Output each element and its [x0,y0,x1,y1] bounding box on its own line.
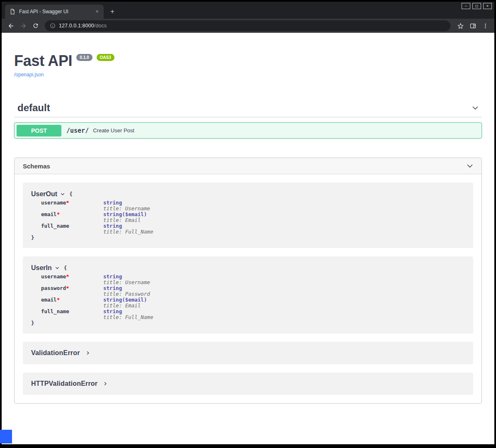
property-info: string title: Password [103,285,150,297]
property-info: string title: Full_Name [103,223,153,235]
required-star: * [66,285,69,291]
model-userout: UserOut { username* string ti [23,183,473,248]
model-properties: username* string title: Username email* … [41,200,465,235]
required-star: * [66,200,69,206]
chevron-down-icon[interactable] [55,265,60,270]
model-header[interactable]: UserOut { [31,190,465,198]
tag-section-default[interactable]: default [14,98,482,117]
chevron-right-icon[interactable] [85,351,90,355]
maximize-button[interactable]: □ [472,3,481,9]
property-type: string($email) [103,297,147,303]
browser-window: – □ × Fast API - Swagger UI × + [2,2,494,444]
model-userin: UserIn { username* string tit [23,256,473,334]
chevron-right-icon[interactable] [103,381,108,386]
open-brace: { [64,264,67,272]
chevron-down-icon[interactable] [60,192,65,197]
tag-title: default [17,102,50,114]
property-name: email* [41,297,103,309]
schema-property: full_name string title: Full_Name [41,223,465,235]
model-validationerror[interactable]: ValidationError [23,342,473,364]
oas3-badge: OAS3 [97,54,114,61]
endpoint-post-user[interactable]: POST /user/ Create User Post [14,122,482,139]
property-name-text: email [41,297,57,303]
navigation-toolbar: 127.0.0.1:8000/docs [2,19,494,33]
close-brace: } [31,235,465,241]
model-name: HTTPValidationError [31,380,97,387]
property-name-text: full_name [41,223,69,229]
close-brace: } [31,320,465,326]
schema-property: email* string($email) title: Email [41,297,465,309]
property-name: username* [41,274,103,285]
property-type: string [103,309,153,314]
method-badge: POST [17,125,61,136]
model-properties: username* string title: Username passwor… [41,274,465,320]
property-info: string title: Full_Name [103,309,153,320]
property-name-text: password [41,285,66,291]
property-type: string [103,200,150,206]
endpoint-summary: Create User Post [93,127,134,134]
endpoint-path: /user/ [66,127,89,134]
openapi-spec-link[interactable]: /openapi.json [14,72,44,78]
property-name: full_name [41,223,103,235]
property-title: title: Username [103,280,150,285]
url-host: 127.0.0.1:8000 [59,23,94,29]
model-name: UserOut [31,190,57,198]
schemas-header[interactable]: Schemas [15,158,481,174]
property-name: username* [41,200,103,212]
property-name: password* [41,285,103,297]
model-httpvalidationerror[interactable]: HTTPValidationError [23,373,473,395]
schema-property: password* string title: Password [41,285,465,297]
schemas-section: Schemas UserOut { [14,158,482,404]
titlebar: – □ × Fast API - Swagger UI × + [2,2,494,19]
schemas-body: UserOut { username* string ti [15,174,481,403]
property-info: string title: Username [103,274,150,285]
property-name-text: email [41,211,57,217]
open-brace: { [69,190,73,198]
close-button[interactable]: × [483,3,492,9]
schema-property: full_name string title: Full_Name [41,309,465,320]
page-content: Fast API 0.1.0 OAS3 /openapi.json defaul… [2,33,494,444]
property-title: title: Full_Name [103,229,153,235]
property-title: title: Full_Name [103,314,153,320]
property-type: string($email) [103,212,147,217]
schema-property: username* string title: Username [41,274,465,285]
version-badge: 0.1.0 [76,54,92,61]
property-title: title: Email [103,303,147,309]
reload-icon[interactable] [30,20,41,32]
property-title: title: Password [103,291,150,297]
required-star: * [57,297,60,303]
required-star: * [66,273,69,280]
site-info-icon[interactable] [50,23,56,29]
tab-close-icon[interactable]: × [94,8,100,15]
window-controls: – □ × [462,3,492,9]
property-name-text: full_name [41,308,69,314]
property-name: full_name [41,309,103,320]
chevron-down-icon[interactable] [469,102,481,114]
side-panel-icon[interactable] [467,20,479,32]
tab-title: Fast API - Swagger UI [19,9,90,15]
bookmark-star-icon[interactable] [455,20,466,32]
property-type: string [103,274,150,280]
property-info: string title: Username [103,200,150,212]
model-name: ValidationError [31,349,80,357]
address-bar[interactable]: 127.0.0.1:8000/docs [45,20,450,31]
page-title: Fast API [14,52,72,70]
browser-tab[interactable]: Fast API - Swagger UI × [5,5,104,19]
schema-property: email* string($email) title: Email [41,212,465,223]
property-info: string($email) title: Email [103,212,147,223]
api-header: Fast API 0.1.0 OAS3 [14,52,482,70]
new-tab-button[interactable]: + [107,6,118,17]
property-name-text: username [41,273,66,280]
model-name: UserIn [31,264,52,272]
property-title: title: Username [103,206,150,212]
schemas-title: Schemas [23,163,50,170]
forward-icon[interactable] [17,20,29,32]
back-icon[interactable] [5,20,17,32]
swagger-ui: Fast API 0.1.0 OAS3 /openapi.json defaul… [2,33,494,404]
minimize-button[interactable]: – [462,3,470,9]
required-star: * [57,211,60,217]
schema-property: username* string title: Username [41,200,465,212]
chevron-down-icon[interactable] [464,160,476,172]
menu-kebab-icon[interactable] [479,20,491,32]
model-header[interactable]: UserIn { [31,264,465,272]
